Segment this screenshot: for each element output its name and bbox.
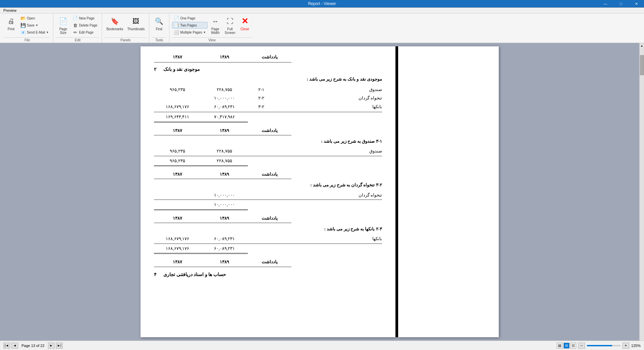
close-window-button[interactable]: ✕ [629, 0, 644, 7]
view-fit-button[interactable]: ⊡ [570, 343, 576, 349]
new-page-icon: 📄 [72, 15, 78, 21]
multiple-pages-label: Multiple Pages [180, 31, 202, 34]
page-size-button[interactable]: 📄 PageSize [56, 15, 70, 36]
s4-yaddash: یادداشت [248, 258, 291, 266]
maximize-button[interactable]: □ [613, 0, 629, 7]
find-button[interactable]: 🔍 Find [152, 15, 166, 32]
email-icon: 📧 [20, 30, 26, 35]
open-label: Open [27, 16, 35, 20]
zoom-slider[interactable] [587, 345, 621, 346]
first-page-button[interactable]: |◄ [3, 343, 10, 349]
prev-page-button[interactable]: ◄ [11, 343, 18, 349]
view-single-button[interactable]: ▤ [557, 343, 563, 349]
s31-total-1389: ۲۲۸,۷۵۵ [201, 157, 248, 166]
row-tankh-label: تنخواه گردان [275, 94, 382, 102]
row-tankh-1389: ۱۰,۰۰۰,۰۰۰ [201, 94, 248, 102]
row-tankh-1387 [154, 94, 201, 102]
one-page-button[interactable]: 📄 One Page [172, 15, 208, 21]
multiple-pages-button[interactable]: ⬜ Multiple Pages ▼ [172, 29, 208, 36]
close-view-button[interactable]: ✕ Close [238, 15, 252, 32]
window-controls: — □ ✕ [598, 0, 644, 7]
total-1389: ۷۰,۳۱۷,۹۸۶ [201, 113, 248, 122]
document-area: یادداشت ۱۳۸۹ ۱۳۸۷ موجودی نقد و بانک ۲ [0, 43, 639, 341]
delete-page-label: Delete Page [79, 24, 97, 27]
open-button[interactable]: 📂 Open [19, 15, 50, 21]
one-page-icon: 📄 [174, 15, 179, 21]
app-title: Report - Viewer [308, 1, 336, 6]
s31-sandooq-1389: ۲۲۸,۷۵۵ [201, 147, 248, 155]
page-width-icon: ↔ [210, 16, 221, 27]
ribbon-group-panels: 🔖 Bookmarks 🖼 Thumbnails Panels [102, 13, 149, 43]
section4-number: ۴ [154, 270, 157, 279]
section2-number: ۲ [154, 65, 157, 74]
s32-tankh-label: تنخواه گردان [291, 191, 382, 199]
next-page-button[interactable]: ► [48, 343, 55, 349]
print-icon: 🖨 [6, 16, 16, 27]
last-page-button[interactable]: ►| [56, 343, 63, 349]
view-grid-button[interactable]: ⊞ [564, 343, 570, 349]
page-width-button[interactable]: ↔ PageWidth [208, 15, 222, 36]
tools-group-label: Tools [152, 37, 166, 43]
edit-page-label: Edit Page [79, 31, 93, 34]
section4-title: حساب ها و اسناد دریافتنی تجاری [163, 270, 226, 279]
row-sandooq-1389: ۲۲۸,۷۵۵ [201, 86, 248, 93]
send-email-button[interactable]: 📧 Send E-Mail ▼ [19, 29, 50, 36]
thumbnails-button[interactable]: 🖼 Thumbnails [125, 15, 146, 32]
panels-group-label: Panels [105, 37, 146, 43]
ribbon-group-file: 🖨 Print 📂 Open 💾 Save ▼ 📧 Send E-Mail ▼ [1, 13, 53, 43]
zoom-out-button[interactable]: − [578, 343, 585, 349]
view-mode-buttons: ▤ ⊞ ⊡ [557, 343, 576, 349]
s32-total-1387 [154, 201, 201, 210]
zoom-in-button[interactable]: + [623, 343, 629, 349]
new-page-button[interactable]: 📄 New Page [71, 15, 99, 21]
two-pages-button[interactable]: 📑 Two Pages [172, 22, 208, 29]
s32-total-1389: ۱۰,۰۰۰,۰۰۰ [201, 201, 248, 210]
row-bank-note: ۳-۲ [248, 103, 275, 111]
s32-1387h: ۱۳۸۷ [154, 170, 201, 178]
col-1389-header: ۱۳۸۹ [201, 53, 248, 61]
col-note-header: یادداشت [248, 53, 291, 61]
edit-page-button[interactable]: ✏ Edit Page [71, 29, 99, 36]
vertical-scrollbar[interactable]: ▲ [639, 43, 644, 341]
full-screen-button[interactable]: ⛶ FullScreen [223, 15, 237, 36]
section2-subtitle: موجودی نقد و بانک به شرح زیر می باشد : [154, 75, 382, 83]
edit-page-icon: ✏ [72, 30, 78, 35]
s32-yaddash: یادداشت [248, 170, 291, 178]
close-view-label: Close [240, 27, 249, 31]
page-content-1: یادداشت ۱۳۸۹ ۱۳۸۷ موجودی نقد و بانک ۲ [141, 46, 395, 286]
scroll-thumb[interactable] [640, 55, 644, 75]
preview-tab: Preview [0, 7, 644, 13]
page-size-label: PageSize [59, 27, 67, 35]
total-1387: ۱۶۹,۶۴۴,۴۱۱ [154, 113, 201, 122]
page-indicator: Page 13 of 22 [21, 344, 45, 348]
page-divider [395, 46, 398, 337]
s23-bank-label: بانکها [291, 235, 382, 243]
delete-page-icon: 🗑 [72, 23, 78, 28]
bookmarks-label: Bookmarks [106, 27, 123, 31]
zoom-controls: ▤ ⊞ ⊡ − + 125% [557, 343, 641, 349]
multiple-pages-dropdown[interactable]: ▼ [203, 31, 206, 34]
minimize-button[interactable]: — [598, 0, 613, 7]
email-dropdown[interactable]: ▼ [46, 31, 49, 34]
print-button[interactable]: 🖨 Print [4, 15, 18, 32]
full-screen-label: FullScreen [225, 27, 235, 35]
row-sandooq-label: صندوق [275, 86, 382, 93]
section31-title: ۳-۱ صندوق به شرح زیر می باشد : [154, 137, 382, 145]
save-dropdown[interactable]: ▼ [36, 24, 38, 27]
delete-page-button[interactable]: 🗑 Delete Page [71, 22, 99, 29]
new-page-label: New Page [79, 16, 94, 20]
col-1387-header: ۱۳۸۷ [154, 53, 201, 61]
s23-bank-note [248, 235, 291, 243]
scroll-up-button[interactable]: ▲ [640, 43, 644, 48]
s23-1389h: ۱۳۸۹ [201, 214, 248, 222]
row-bank-1389: ۶۰,۰۸۹,۲۳۱ [201, 103, 248, 111]
s23-bank-1389: ۶۰,۰۸۹,۲۳۱ [201, 235, 248, 243]
tools-buttons: 🔍 Find [152, 15, 166, 36]
s31-yaddash: یادداشت [248, 127, 291, 134]
edit-group-label: Edit [56, 37, 99, 43]
save-button[interactable]: 💾 Save ▼ [19, 22, 50, 29]
bookmarks-button[interactable]: 🔖 Bookmarks [105, 15, 125, 32]
save-label: Save [27, 24, 35, 27]
one-page-label: One Page [180, 16, 195, 20]
row-bank-1387: ۱۶۸,۶۷۹,۱۷۶ [154, 103, 201, 111]
